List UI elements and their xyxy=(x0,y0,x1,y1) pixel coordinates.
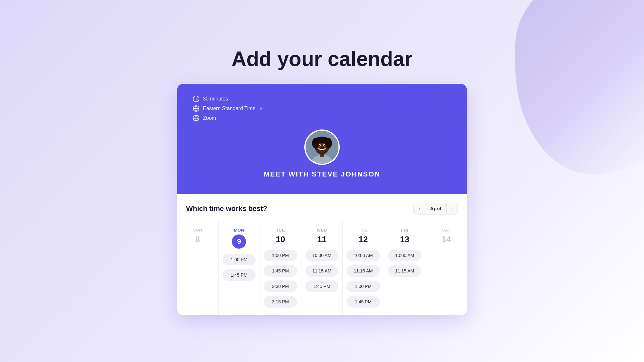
day-number-mon[interactable]: 9 xyxy=(232,234,246,249)
meeting-app-label: Zoom xyxy=(203,115,216,121)
duration-row: 30 minutes xyxy=(193,95,451,102)
time-slot[interactable]: 10:00 AM xyxy=(388,250,421,261)
day-header-tue: TUE10 xyxy=(276,228,285,244)
svg-point-13 xyxy=(324,145,325,146)
day-header-wed: WED11 xyxy=(317,228,327,244)
time-slot[interactable]: 1:45 PM xyxy=(264,265,297,277)
day-col-fri: FRI1310:00 AM11:15 AM xyxy=(384,221,426,315)
timezone-chevron-icon: ∨ xyxy=(260,106,262,111)
day-name-thu: THU xyxy=(359,228,368,233)
time-slot[interactable]: 11:15 AM xyxy=(346,265,380,277)
zoom-row: Zoom xyxy=(193,115,451,122)
day-name-sun: SUN xyxy=(193,228,202,233)
page-title: Add your calendar xyxy=(232,47,412,71)
card-body: Which time works best? ‹ April › SUN8MON… xyxy=(177,194,467,315)
day-header-fri: FRI13 xyxy=(400,228,409,244)
day-name-tue: TUE xyxy=(276,228,285,233)
time-slot[interactable]: 1:45 PM xyxy=(305,281,339,292)
day-col-mon: MON91:00 PM1:45 PM xyxy=(219,221,260,315)
day-col-sat: SAT14 xyxy=(425,221,467,315)
day-name-sat: SAT xyxy=(442,228,450,233)
globe-icon xyxy=(193,105,200,112)
calendar-grid: SUN8MON91:00 PM1:45 PMTUE101:00 PM1:45 P… xyxy=(177,221,467,315)
clock-icon xyxy=(193,95,200,102)
timezone-label: Eastern Standard Time xyxy=(203,106,256,111)
duration-label: 30 minutes xyxy=(203,96,228,102)
day-col-tue: TUE101:00 PM1:45 PM2:30 PM3:15 PM xyxy=(260,221,301,315)
day-number-fri[interactable]: 13 xyxy=(400,234,409,244)
day-number-wed[interactable]: 11 xyxy=(317,234,327,244)
avatar-image xyxy=(306,131,338,164)
time-slot[interactable]: 10:00 AM xyxy=(346,250,380,261)
time-slot[interactable]: 2:30 PM xyxy=(264,281,297,292)
day-header-thu: THU12 xyxy=(359,228,368,244)
day-header-sun: SUN8 xyxy=(193,228,202,244)
day-number-sun: 8 xyxy=(195,234,200,244)
timezone-row[interactable]: Eastern Standard Time ∨ xyxy=(193,105,451,112)
time-slot[interactable]: 1:00 PM xyxy=(223,254,256,265)
time-slot[interactable]: 11:15 AM xyxy=(388,265,421,277)
time-slot[interactable]: 1:00 PM xyxy=(264,250,297,261)
person-svg xyxy=(306,131,338,164)
svg-point-12 xyxy=(319,145,320,146)
day-number-tue[interactable]: 10 xyxy=(276,234,285,244)
day-col-thu: THU1210:00 AM11:15 AM1:00 PM1:45 PM xyxy=(343,221,384,315)
day-name-mon: MON xyxy=(234,228,244,233)
time-question: Which time works best? xyxy=(186,205,267,213)
day-number-sat: 14 xyxy=(441,234,451,244)
time-slot[interactable]: 11:15 AM xyxy=(305,265,339,277)
day-number-thu[interactable]: 12 xyxy=(359,234,368,244)
day-col-sun: SUN8 xyxy=(177,221,219,315)
header-meta: 30 minutes Eastern Standard Time ∨ Zoom xyxy=(193,95,451,122)
day-name-wed: WED xyxy=(317,228,327,233)
time-slot[interactable]: 10:00 AM xyxy=(305,250,339,261)
time-question-row: Which time works best? ‹ April › xyxy=(177,203,467,221)
day-header-sat: SAT14 xyxy=(441,228,451,244)
calendar-card: 30 minutes Eastern Standard Time ∨ Zoom xyxy=(177,84,467,315)
svg-point-14 xyxy=(321,146,323,148)
next-month-button[interactable]: › xyxy=(446,203,458,214)
month-label: April xyxy=(425,203,446,214)
time-slot[interactable]: 1:45 PM xyxy=(346,296,380,308)
time-slot[interactable]: 3:15 PM xyxy=(264,296,297,308)
meet-title: MEET WITH STEVE JOHNSON xyxy=(264,170,381,178)
svg-point-17 xyxy=(325,138,332,148)
svg-point-16 xyxy=(312,138,318,148)
card-header: 30 minutes Eastern Standard Time ∨ Zoom xyxy=(177,84,467,194)
avatar xyxy=(304,129,340,165)
zoom-globe-icon xyxy=(193,115,200,122)
time-slot[interactable]: 1:45 PM xyxy=(223,269,256,281)
day-col-wed: WED1110:00 AM11:15 AM1:45 PM xyxy=(301,221,343,315)
time-slot[interactable]: 1:00 PM xyxy=(346,281,380,292)
day-header-mon: MON9 xyxy=(232,228,246,249)
day-name-fri: FRI xyxy=(401,228,408,233)
prev-month-button[interactable]: ‹ xyxy=(413,203,425,214)
month-nav: ‹ April › xyxy=(413,203,458,214)
